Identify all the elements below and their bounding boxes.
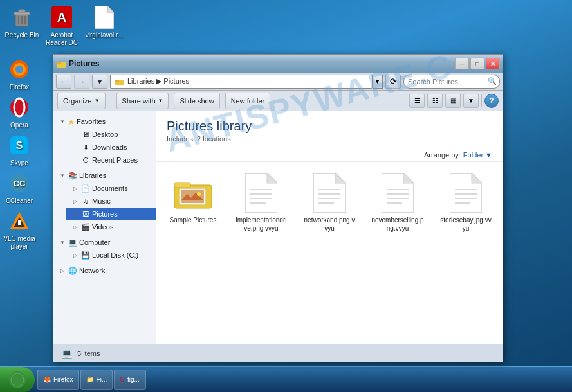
file-item-networkand[interactable]: networkand.png.vvyu — [300, 170, 358, 235]
folder-icon-small — [115, 76, 125, 87]
pictures-expand: ▼ — [71, 210, 79, 218]
explorer-icon-taskbar: 📁 — [86, 376, 94, 383]
desktop-nav-icon: 🖥 — [80, 129, 91, 139]
skype-desktop-icon[interactable]: S Skype — [0, 133, 39, 167]
svg-point-12 — [15, 66, 23, 73]
ccleaner-icon: CC — [7, 171, 32, 195]
view-list-button[interactable]: ☰ — [409, 94, 425, 108]
nav-documents[interactable]: ▷ 📄 Documents — [66, 182, 156, 195]
acrobat-icon[interactable]: A Acrobat Reader DC — [42, 5, 81, 47]
file-name-sample-pictures: Sample Pictures — [170, 216, 217, 224]
computer-header[interactable]: ▼ 💻 Computer — [53, 236, 156, 249]
address-path[interactable]: Libraries ▶ Pictures — [110, 75, 373, 89]
nav-downloads[interactable]: ⬇ Downloads — [66, 141, 156, 154]
computer-nav-icon: 💻 — [68, 237, 78, 247]
opera-icon-taskbar: O — [120, 376, 125, 383]
new-folder-button[interactable]: New folder — [225, 93, 271, 109]
doc-icon-novemberselling — [377, 172, 418, 213]
nav-local-disk[interactable]: ▷ 💾 Local Disk (C:) — [66, 249, 156, 262]
refresh-button[interactable]: ⟳ — [385, 75, 401, 89]
share-arrow: ▼ — [158, 98, 163, 103]
nav-videos[interactable]: ▷ 🎬 Videos — [66, 220, 156, 233]
start-button[interactable] — [0, 367, 35, 393]
file-item-novemberselling[interactable]: novemberselling.png.vvyu — [369, 170, 427, 235]
toolbar-right: ☰ ☷ ▦ ▼ ? — [409, 94, 499, 108]
maximize-button[interactable]: □ — [470, 58, 484, 69]
opera-taskbar-label: fig... — [127, 376, 140, 383]
view-icons-button[interactable]: ▦ — [445, 94, 461, 108]
firefox-desktop-icon[interactable]: Firefox — [0, 57, 39, 91]
nav-recent-places[interactable]: ⏱ Recent Places — [66, 154, 156, 166]
nav-music[interactable]: ▷ ♫ Music — [66, 195, 156, 208]
network-nav-icon: 🌐 — [68, 265, 78, 276]
organize-label: Organize — [63, 97, 92, 105]
minimize-button[interactable]: ─ — [455, 58, 469, 69]
back-button[interactable]: ← — [56, 75, 71, 89]
opera-desktop-icon[interactable]: Opera — [0, 95, 39, 129]
opera-label: Opera — [10, 121, 28, 129]
skype-label: Skype — [10, 159, 28, 167]
favorites-children: 🖥 Desktop ⬇ Downloads ⏱ Recent Places — [53, 128, 156, 166]
title-bar[interactable]: Pictures ─ □ ✕ — [53, 55, 503, 73]
title-bar-controls: ─ □ ✕ — [455, 58, 500, 69]
doc-icon-networkand — [309, 172, 350, 213]
svg-marker-51 — [472, 173, 482, 183]
favorites-header[interactable]: ▼ ★ Favorites — [53, 115, 156, 128]
search-box[interactable]: 🔍 — [403, 75, 500, 89]
pictures-nav-icon: 🖼 — [80, 209, 91, 219]
vlc-desktop-icon[interactable]: VLC media player — [0, 209, 39, 251]
file-name-implementationdrive: implementationdrive.png.vvyu — [235, 216, 288, 233]
svg-point-31 — [197, 192, 201, 196]
network-header[interactable]: ▷ 🌐 Network — [53, 264, 156, 277]
ccleaner-desktop-icon[interactable]: CC CCleaner — [0, 171, 39, 205]
recycle-bin-icon[interactable]: Recycle Bin — [3, 5, 41, 39]
virginia-file-icon[interactable]: virginiavol.r... — [85, 5, 124, 39]
close-button[interactable]: ✕ — [486, 58, 500, 69]
libraries-expand: ▼ — [59, 172, 66, 179]
search-input[interactable] — [408, 78, 485, 85]
opera-icon — [7, 95, 32, 120]
nav-pictures[interactable]: ▼ 🖼 Pictures — [66, 208, 156, 220]
favorites-expand: ▼ — [59, 118, 66, 125]
favorites-section: ▼ ★ Favorites 🖥 Desktop ⬇ Downloads — [53, 114, 156, 168]
arrange-label: Arrange by: — [424, 151, 461, 159]
organize-button[interactable]: Organize ▼ — [57, 93, 106, 109]
downloads-nav-label: Downloads — [92, 143, 127, 151]
firefox-label: Firefox — [10, 84, 30, 91]
explorer-window: Pictures ─ □ ✕ ← → ▼ Libraries ▶ Picture… — [53, 54, 503, 362]
title-bar-title: Pictures — [69, 59, 455, 68]
address-dropdown[interactable]: ▼ — [373, 75, 383, 89]
virginia-file-label: virginiavol.r... — [86, 31, 123, 39]
nav-pane: ▼ ★ Favorites 🖥 Desktop ⬇ Downloads — [53, 111, 156, 344]
network-expand: ▷ — [59, 267, 66, 274]
share-with-button[interactable]: Share with ▼ — [116, 93, 169, 109]
nav-desktop[interactable]: 🖥 Desktop — [66, 128, 156, 141]
svg-text:A: A — [57, 10, 66, 24]
taskbar-item-explorer[interactable]: 📁 Fi... — [80, 370, 113, 390]
libraries-header[interactable]: ▼ 📚 Libraries — [53, 169, 156, 182]
view-details-button[interactable]: ☷ — [427, 94, 443, 108]
view-dropdown-button[interactable]: ▼ — [463, 94, 479, 108]
file-name-storiesebay: storiesebay.jpg.vvyu — [439, 216, 492, 233]
file-item-implementationdrive[interactable]: implementationdrive.png.vvyu — [232, 170, 290, 235]
localdisk-nav-label: Local Disk (C:) — [92, 251, 138, 259]
desktop-expand — [71, 130, 79, 138]
content-pane: Pictures library Includes: 2 locations A… — [156, 111, 503, 344]
slide-show-button[interactable]: Slide show — [174, 93, 219, 109]
search-submit-icon[interactable]: 🔍 — [488, 77, 497, 85]
documents-nav-icon: 📄 — [80, 183, 91, 193]
svg-rect-25 — [115, 80, 119, 82]
videos-expand: ▷ — [71, 223, 79, 231]
help-button[interactable]: ? — [484, 94, 499, 108]
taskbar-item-firefox[interactable]: 🦊 Firefox — [37, 370, 79, 390]
file-item-sample-pictures[interactable]: Sample Pictures — [164, 170, 222, 235]
forward-button[interactable]: → — [74, 75, 89, 89]
file-item-storiesebay[interactable]: storiesebay.jpg.vvyu — [437, 170, 495, 235]
main-area: ▼ ★ Favorites 🖥 Desktop ⬇ Downloads — [53, 111, 503, 344]
favorites-label: Favorites — [77, 118, 106, 125]
taskbar-item-opera[interactable]: O fig... — [114, 370, 146, 390]
arrange-value[interactable]: Folder ▼ — [463, 151, 492, 159]
vlc-icon — [7, 209, 32, 233]
toolbar-separator-1 — [111, 94, 111, 107]
recent-button[interactable]: ▼ — [92, 75, 107, 89]
